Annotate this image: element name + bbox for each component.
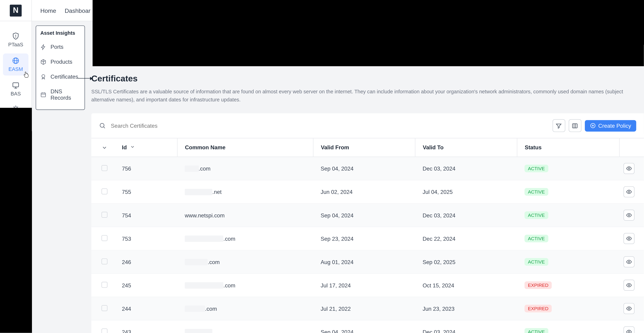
cell-id: 754 <box>118 204 177 227</box>
create-policy-button[interactable]: Create Policy <box>585 120 636 131</box>
chevron-down-icon <box>102 145 114 151</box>
svg-rect-3 <box>13 83 18 87</box>
table-row[interactable]: 245xxxxxxxxxxxxxx.comJul 17, 2024Oct 15,… <box>91 274 644 297</box>
columns-button[interactable] <box>568 119 581 132</box>
cell-common-name: xxxxx.com <box>177 157 313 180</box>
cell-valid-from: Sep 04, 2024 <box>313 320 415 333</box>
row-checkbox[interactable] <box>102 305 108 311</box>
cell-id: 753 <box>118 227 177 250</box>
cell-common-name: www.netspi.com <box>177 204 313 227</box>
svg-point-17 <box>628 331 630 333</box>
row-checkbox[interactable] <box>102 188 108 194</box>
cell-actions <box>619 204 644 227</box>
sidebar-item-ptaas[interactable]: PTaaS <box>3 29 28 51</box>
sidebar-item-label: PTaaS <box>8 41 23 47</box>
svg-point-13 <box>628 238 630 239</box>
cell-valid-from: Aug 01, 2024 <box>313 250 415 274</box>
flyout-title: Asset Insights <box>36 30 85 39</box>
table-row[interactable]: 246*.xxxxxxx.comAug 01, 2024Sep 02, 2025… <box>91 250 644 274</box>
cell-common-name: xxxxxxxxxx.net <box>177 180 313 204</box>
cell-valid-to: Dec 03, 2024 <box>415 157 517 180</box>
redacted-text: xxxxxxxxxx <box>185 189 212 195</box>
row-checkbox[interactable] <box>102 165 108 171</box>
table-row[interactable]: 756xxxxx.comSep 04, 2024Dec 03, 2024ACTI… <box>91 157 644 180</box>
column-valid-from[interactable]: Valid From <box>313 138 415 157</box>
table-row[interactable]: 755xxxxxxxxxx.netJun 02, 2024Jul 04, 202… <box>91 180 644 204</box>
cell-common-name: xxxxxxxxxx <box>177 320 313 333</box>
cell-common-name: xxxxxxxxxxxxxx.com <box>177 274 313 297</box>
cell-actions <box>619 274 644 297</box>
table-row[interactable]: 244*.xxxxxx.comJul 21, 2022Jun 23, 2023E… <box>91 297 644 320</box>
table-row[interactable]: 753xxxxxxxxxxxxxx.comSep 23, 2024Dec 22,… <box>91 227 644 250</box>
panel-actions: Create Policy <box>552 119 636 132</box>
row-checkbox[interactable] <box>102 259 108 264</box>
view-button[interactable] <box>624 233 634 244</box>
status-badge: ACTIVE <box>524 235 548 243</box>
flyout-item-products[interactable]: Products <box>36 54 85 69</box>
svg-point-15 <box>628 285 630 286</box>
asset-insights-flyout: Asset Insights Ports Products Certificat… <box>36 25 85 110</box>
sidebar-item-bas[interactable]: BAS <box>3 78 28 100</box>
svg-point-11 <box>628 191 630 193</box>
view-button[interactable] <box>624 303 634 314</box>
bolt-icon <box>40 44 46 50</box>
cell-actions <box>619 297 644 320</box>
view-button[interactable] <box>624 187 634 198</box>
cell-actions <box>619 157 644 180</box>
view-button[interactable] <box>624 327 634 333</box>
row-checkbox[interactable] <box>102 329 108 333</box>
status-badge: EXPIRED <box>524 282 552 289</box>
eye-icon <box>626 329 632 333</box>
certificate-icon <box>40 74 46 80</box>
status-badge: ACTIVE <box>524 212 548 219</box>
create-policy-label: Create Policy <box>598 123 631 129</box>
search-input[interactable] <box>111 123 547 129</box>
certificates-table: Id Common Name Valid From Valid To Statu… <box>91 138 644 333</box>
svg-point-16 <box>628 308 630 309</box>
view-button[interactable] <box>624 257 634 268</box>
column-valid-to[interactable]: Valid To <box>415 138 517 157</box>
table-row[interactable]: 243xxxxxxxxxxSep 04, 2024Dec 03, 2024ACT… <box>91 320 644 333</box>
redacted-text: *.xxxxxxx <box>185 259 208 265</box>
top-nav: Home Dashboar <box>32 7 90 14</box>
status-badge: ACTIVE <box>524 188 548 196</box>
row-checkbox[interactable] <box>102 235 108 241</box>
nav-dashboard[interactable]: Dashboar <box>65 7 90 14</box>
redacted-text: xxxxxxxxxxxxxx <box>185 282 223 289</box>
flyout-item-label: DNS Records <box>50 88 80 101</box>
nav-home[interactable]: Home <box>40 7 56 14</box>
logo[interactable]: N <box>0 0 32 21</box>
view-button[interactable] <box>624 163 634 174</box>
flyout-item-ports[interactable]: Ports <box>36 39 85 54</box>
redacted-text: *.xxxxxx <box>185 306 205 312</box>
column-status[interactable]: Status <box>517 138 619 157</box>
view-button[interactable] <box>624 280 634 291</box>
svg-point-12 <box>628 215 630 216</box>
cell-actions <box>619 180 644 204</box>
flyout-item-label: Products <box>50 59 72 65</box>
cell-actions <box>619 320 644 333</box>
cell-actions <box>619 250 644 274</box>
cell-id: 243 <box>118 320 177 333</box>
flyout-item-certificates[interactable]: Certificates <box>36 69 85 84</box>
cell-valid-to: Jul 04, 2025 <box>415 180 517 204</box>
column-common-name[interactable]: Common Name <box>177 138 313 157</box>
svg-rect-8 <box>572 124 577 128</box>
column-expand[interactable] <box>91 138 118 157</box>
redacted-text: xxxxx <box>185 165 198 172</box>
redacted-region-left <box>0 108 32 333</box>
filter-button[interactable] <box>552 119 565 132</box>
table-row[interactable]: 754www.netspi.comSep 04, 2024Dec 03, 202… <box>91 204 644 227</box>
sidebar-item-easm[interactable]: EASM <box>3 53 28 76</box>
shield-icon <box>12 32 20 40</box>
eye-icon <box>626 283 632 289</box>
cell-id: 755 <box>118 180 177 204</box>
status-badge: EXPIRED <box>524 305 552 313</box>
row-checkbox[interactable] <box>102 282 108 288</box>
column-id[interactable]: Id <box>118 138 177 157</box>
cell-valid-to: Oct 15, 2024 <box>415 274 517 297</box>
sidebar-item-label: EASM <box>8 66 23 72</box>
row-checkbox[interactable] <box>102 212 108 218</box>
view-button[interactable] <box>624 210 634 221</box>
flyout-item-dns[interactable]: DNS Records <box>36 84 85 105</box>
